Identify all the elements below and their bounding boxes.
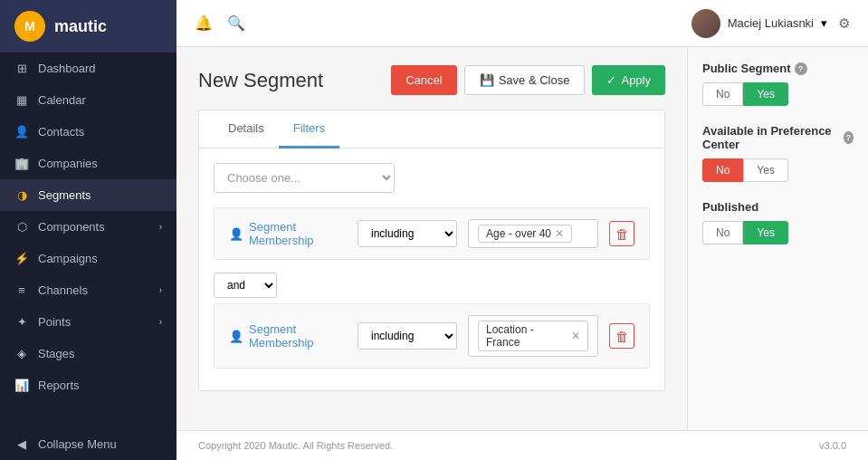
- sidebar-label-reports: Reports: [38, 379, 80, 392]
- sidebar-item-segments[interactable]: ◑ Segments: [0, 179, 176, 211]
- filter-area: Choose one... 👤 Segment Membership: [199, 149, 664, 390]
- preference-center-no-button[interactable]: No: [702, 158, 743, 182]
- filter-delete-2[interactable]: 🗑: [609, 323, 634, 349]
- sidebar-item-campaigns[interactable]: ⚡ Campaigns: [0, 243, 176, 274]
- connector: and or: [214, 273, 650, 298]
- filter-tag-remove-1[interactable]: ✕: [555, 227, 564, 240]
- sidebar-item-components[interactable]: ⬡ Components ›: [0, 211, 176, 243]
- user-dropdown-arrow: ▾: [821, 16, 827, 30]
- app-name: mautic: [54, 17, 107, 36]
- filter-operator-select-2[interactable]: including excluding: [358, 322, 457, 350]
- page-header: New Segment Cancel 💾 Save & Close ✓ Appl…: [198, 65, 665, 95]
- sidebar-label-channels: Channels: [38, 283, 88, 297]
- stages-icon: ◈: [14, 347, 29, 360]
- page-title: New Segment: [198, 69, 323, 92]
- segment-icon-2: 👤: [229, 330, 243, 343]
- user-name: Maciej Lukiasnki: [728, 16, 814, 30]
- filter-delete-1[interactable]: 🗑: [609, 221, 634, 246]
- filter-value-1: Age - over 40 ✕: [468, 219, 598, 248]
- sidebar-label-stages: Stages: [38, 347, 74, 360]
- components-icon: ⬡: [14, 220, 29, 234]
- filter-operator-1: including excluding: [358, 220, 457, 247]
- right-panel: Public Segment ? No Yes Available in Pre…: [687, 47, 868, 430]
- sidebar-item-dashboard[interactable]: ⊞ Dashboard: [0, 53, 176, 84]
- published-no-button[interactable]: No: [702, 221, 743, 244]
- dashboard-icon: ⊞: [14, 62, 29, 75]
- public-segment-section: Public Segment ? No Yes: [702, 62, 854, 106]
- published-toggle: No Yes: [702, 221, 854, 244]
- filter-chooser: Choose one...: [214, 163, 650, 193]
- sidebar-item-points[interactable]: ✦ Points ›: [0, 306, 176, 338]
- published-section: Published No Yes: [702, 200, 854, 244]
- channels-arrow: ›: [159, 285, 162, 295]
- filter-tag-remove-2[interactable]: ✕: [571, 330, 580, 342]
- sidebar-item-companies[interactable]: 🏢 Companies: [0, 148, 176, 179]
- sidebar-item-reports[interactable]: 📊 Reports: [0, 369, 176, 401]
- user-menu[interactable]: Maciej Lukiasnki ▾: [692, 9, 827, 38]
- settings-icon[interactable]: ⚙: [838, 15, 850, 32]
- page-content: New Segment Cancel 💾 Save & Close ✓ Appl…: [176, 47, 687, 430]
- footer: Copyright 2020 Mautic. All Rights Reserv…: [176, 430, 868, 460]
- sidebar-label-dashboard: Dashboard: [38, 62, 96, 75]
- apply-button[interactable]: ✓ Apply: [592, 65, 665, 95]
- sidebar-item-calendar[interactable]: ▦ Calendar: [0, 84, 176, 116]
- preference-center-help-icon[interactable]: ?: [844, 131, 854, 144]
- sidebar-label-companies: Companies: [38, 157, 98, 170]
- sidebar-label-contacts: Contacts: [38, 125, 84, 139]
- sidebar-label-collapse: Collapse Menu: [38, 437, 117, 451]
- published-label: Published: [702, 200, 854, 214]
- sidebar-item-stages[interactable]: ◈ Stages: [0, 338, 176, 369]
- filter-rows: 👤 Segment Membership including excluding: [214, 207, 650, 376]
- copyright: Copyright 2020 Mautic. All Rights Reserv…: [198, 440, 393, 451]
- apply-checkmark-icon: ✓: [606, 73, 616, 87]
- sidebar-label-calendar: Calendar: [38, 93, 86, 107]
- sidebar-item-channels[interactable]: ≡ Channels ›: [0, 274, 176, 306]
- filter-operator-2: including excluding: [358, 322, 457, 350]
- topbar: 🔔 🔍 Maciej Lukiasnki ▾ ⚙: [176, 0, 868, 47]
- reports-icon: 📊: [14, 379, 29, 392]
- main-area: 🔔 🔍 Maciej Lukiasnki ▾ ⚙ New Segment Can…: [176, 0, 868, 460]
- sidebar-label-segments: Segments: [38, 188, 91, 202]
- preference-center-section: Available in Preference Center ? No Yes: [702, 124, 854, 182]
- connector-select[interactable]: and or: [214, 273, 277, 298]
- filter-type-select[interactable]: Choose one...: [214, 163, 395, 193]
- public-segment-no-button[interactable]: No: [702, 82, 743, 106]
- tab-filters[interactable]: Filters: [279, 110, 339, 149]
- logo-icon: M: [14, 11, 45, 42]
- save-close-button[interactable]: 💾 Save & Close: [464, 65, 586, 95]
- sidebar-item-contacts[interactable]: 👤 Contacts: [0, 116, 176, 148]
- companies-icon: 🏢: [14, 157, 29, 170]
- cancel-button[interactable]: Cancel: [391, 65, 456, 95]
- public-segment-yes-button[interactable]: Yes: [743, 82, 788, 106]
- sidebar-logo: M mautic: [0, 0, 176, 53]
- sidebar-item-collapse[interactable]: ◀ Collapse Menu: [0, 428, 176, 460]
- topbar-right: Maciej Lukiasnki ▾ ⚙: [692, 9, 850, 38]
- public-segment-label: Public Segment ?: [702, 62, 854, 75]
- filter-label-1: 👤 Segment Membership: [229, 220, 347, 247]
- calendar-icon: ▦: [14, 93, 29, 107]
- public-segment-help-icon[interactable]: ?: [795, 62, 807, 75]
- segments-icon: ◑: [14, 188, 29, 202]
- sidebar-label-components: Components: [38, 220, 105, 234]
- filter-row-1: 👤 Segment Membership including excluding: [214, 207, 650, 260]
- filter-label-2: 👤 Segment Membership: [229, 322, 347, 350]
- filter-operator-select-1[interactable]: including excluding: [358, 220, 457, 247]
- bell-icon[interactable]: 🔔: [195, 14, 213, 32]
- filter-tag-1: Age - over 40 ✕: [478, 225, 572, 243]
- points-arrow: ›: [159, 317, 162, 327]
- filter-row-content-2: 👤 Segment Membership including excluding: [229, 315, 634, 357]
- public-segment-toggle: No Yes: [702, 82, 854, 106]
- sidebar: M mautic ⊞ Dashboard ▦ Calendar 👤 Contac…: [0, 0, 176, 460]
- preference-center-yes-button[interactable]: Yes: [743, 158, 788, 182]
- content-area: New Segment Cancel 💾 Save & Close ✓ Appl…: [176, 47, 868, 430]
- filter-row-2: 👤 Segment Membership including excluding: [214, 303, 650, 369]
- preference-center-label: Available in Preference Center ?: [702, 124, 854, 151]
- preference-center-toggle: No Yes: [702, 158, 854, 182]
- tab-details[interactable]: Details: [214, 110, 279, 149]
- published-yes-button[interactable]: Yes: [743, 221, 788, 244]
- filter-value-2: Location - France ✕: [468, 315, 598, 357]
- avatar: [692, 9, 720, 38]
- topbar-left: 🔔 🔍: [195, 14, 245, 32]
- search-icon[interactable]: 🔍: [227, 14, 245, 32]
- sidebar-label-points: Points: [38, 315, 71, 329]
